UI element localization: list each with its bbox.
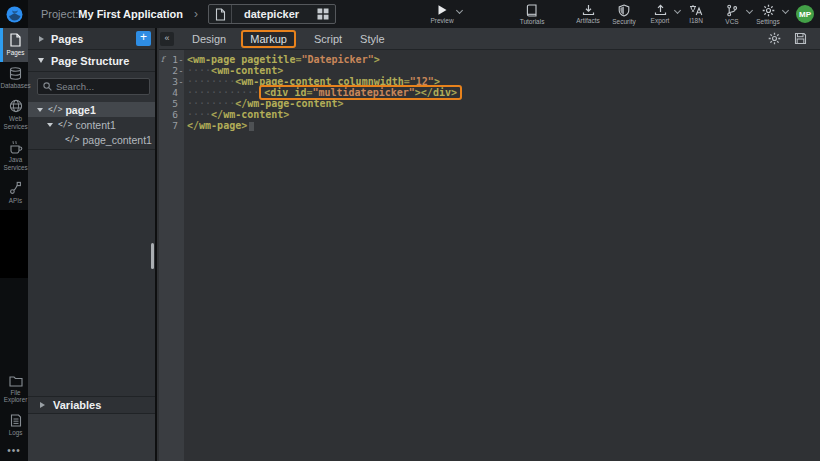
variables-caret-icon[interactable] xyxy=(40,402,45,408)
panel-collapse-button[interactable]: « xyxy=(160,32,174,46)
java-services-icon xyxy=(9,140,23,154)
settings-button[interactable]: Settings xyxy=(754,0,782,28)
code-token: > xyxy=(241,120,247,131)
export-button[interactable]: Export xyxy=(646,0,674,28)
page-grid-button[interactable] xyxy=(311,5,335,23)
i18n-translate-icon xyxy=(689,4,703,16)
widget-tree: </> page1 </> content1 </> page_content1 xyxy=(28,102,155,150)
code-line-4[interactable]: ············<div id="multidatepicker"></… xyxy=(187,87,820,98)
code-line-5[interactable]: ········</wm-page-content> xyxy=(187,98,820,109)
vcs-button[interactable]: VCS xyxy=(718,0,746,28)
rail-item-databases[interactable]: Databases xyxy=(0,62,28,95)
tree-item-content1[interactable]: </> content1 xyxy=(28,117,155,132)
code-line-1[interactable]: <wm-page pagetitle="Datepicker"> xyxy=(187,54,820,65)
page-structure-header-row[interactable]: Page Structure xyxy=(28,50,155,72)
gutter-line-2[interactable]: 2- xyxy=(159,65,184,76)
code-token: wm-page-content xyxy=(247,98,337,109)
add-page-button[interactable]: + xyxy=(136,31,151,46)
page-tab-label[interactable]: datepicker xyxy=(232,8,311,20)
rail-item-file-explorer[interactable]: File Explorer xyxy=(0,370,28,409)
export-caret-icon[interactable] xyxy=(674,7,681,14)
apis-icon xyxy=(9,181,22,195)
search-placeholder: Search... xyxy=(56,81,94,92)
settings-caret-icon[interactable] xyxy=(782,7,789,14)
vcs-label: VCS xyxy=(725,18,738,25)
editor-area: « Design Markup Script Style f1-2-3-4567… xyxy=(159,28,820,461)
rail-item-pages[interactable]: Pages xyxy=(0,28,28,62)
code-token: > xyxy=(451,87,457,98)
code-token: pagetitle xyxy=(241,54,295,65)
code-token: > xyxy=(277,65,283,76)
tree-item-page1[interactable]: </> page1 xyxy=(28,102,155,117)
preview-caret-icon[interactable] xyxy=(456,7,463,14)
variables-header-row[interactable]: Variables xyxy=(28,396,155,414)
more-options-icon[interactable]: ••• xyxy=(0,441,28,461)
code-token: "multidatepicker" xyxy=(312,87,414,98)
rail-item-apis[interactable]: APIs xyxy=(0,176,28,210)
wavemaker-logo[interactable] xyxy=(0,0,28,28)
export-label: Export xyxy=(651,17,670,24)
pages-caret-icon[interactable] xyxy=(39,36,44,42)
i18n-button[interactable]: I18N xyxy=(682,0,710,28)
editor-body: f1-2-3-4567 <wm-page pagetitle="Datepick… xyxy=(159,50,820,461)
gutter-line-6[interactable]: 6 xyxy=(159,109,184,120)
rail-divider-block xyxy=(0,210,28,278)
page-file-button[interactable] xyxy=(209,5,232,23)
tab-design[interactable]: Design xyxy=(192,33,226,45)
code-line-7[interactable]: </wm-page> xyxy=(187,120,820,131)
settings-gear-icon xyxy=(762,4,775,17)
code-token: </ xyxy=(187,120,199,131)
code-token: wm-page xyxy=(193,54,235,65)
page-tab[interactable]: datepicker xyxy=(208,4,336,24)
pages-header-row[interactable]: Pages + xyxy=(28,28,155,50)
gutter-line-3[interactable]: 3- xyxy=(159,76,184,87)
page-structure-caret-icon[interactable] xyxy=(38,58,44,63)
rail-item-java-services[interactable]: Java Services xyxy=(0,135,28,176)
markup-settings-gear-icon[interactable] xyxy=(768,32,781,45)
tab-script[interactable]: Script xyxy=(314,33,342,45)
tree-item-label: content1 xyxy=(75,119,115,131)
vcs-caret-icon[interactable] xyxy=(746,7,753,14)
vcs-branch-icon xyxy=(726,4,738,17)
tree-item-label: page_content1 xyxy=(82,134,151,146)
gutter-line-4[interactable]: 4 xyxy=(159,87,184,98)
indent-whitespace: ···· xyxy=(187,109,211,120)
page-structure-label: Page Structure xyxy=(51,55,129,67)
file-explorer-icon xyxy=(9,375,23,387)
search-input[interactable]: Search... xyxy=(37,78,150,95)
gutter-line-1[interactable]: f1- xyxy=(159,54,184,65)
topbar-right-group: Artifacts Security Export I18N xyxy=(574,0,820,28)
code-line-6[interactable]: ····</wm-content> xyxy=(187,109,820,120)
editor-tab-bar: « Design Markup Script Style xyxy=(159,28,820,50)
rail-item-web-services[interactable]: Web Services xyxy=(0,94,28,135)
save-icon[interactable] xyxy=(794,32,807,45)
code-line-2[interactable]: ····<wm-content> xyxy=(187,65,820,76)
rail-label-logs: Logs xyxy=(9,429,23,437)
rail-label-databases: Databases xyxy=(0,82,30,90)
grid-icon xyxy=(317,8,329,20)
i18n-label: I18N xyxy=(689,17,703,24)
security-button[interactable]: Security xyxy=(610,0,638,28)
editor-code-lines[interactable]: <wm-page pagetitle="Datepicker">····<wm-… xyxy=(184,50,820,461)
panel-scrollbar[interactable] xyxy=(151,243,154,269)
artifacts-button[interactable]: Artifacts xyxy=(574,0,602,28)
tab-markup[interactable]: Markup xyxy=(241,30,296,48)
tree-caret-icon[interactable] xyxy=(37,108,43,112)
rail-item-logs[interactable]: Logs xyxy=(0,409,28,442)
tree-item-page-content1[interactable]: </> page_content1 xyxy=(28,132,155,147)
preview-button[interactable]: Preview xyxy=(428,0,456,28)
code-token: div xyxy=(270,87,288,98)
code-token: div xyxy=(433,87,451,98)
gutter-line-5[interactable]: 5 xyxy=(159,98,184,109)
tree-caret-icon[interactable] xyxy=(47,123,53,127)
search-wrap: Search... xyxy=(28,72,155,102)
pages-header-label: Pages xyxy=(51,33,83,45)
breadcrumb-chevron-icon: › xyxy=(194,7,198,21)
user-avatar[interactable]: MP xyxy=(796,5,814,23)
tab-style[interactable]: Style xyxy=(360,33,384,45)
indent-whitespace: ········ xyxy=(187,98,235,109)
tutorials-button[interactable]: Tutorials xyxy=(518,0,546,28)
wavemaker-logo-icon xyxy=(6,6,23,23)
code-token: "Datepicker" xyxy=(301,54,373,65)
gutter-line-7[interactable]: 7 xyxy=(159,120,184,131)
